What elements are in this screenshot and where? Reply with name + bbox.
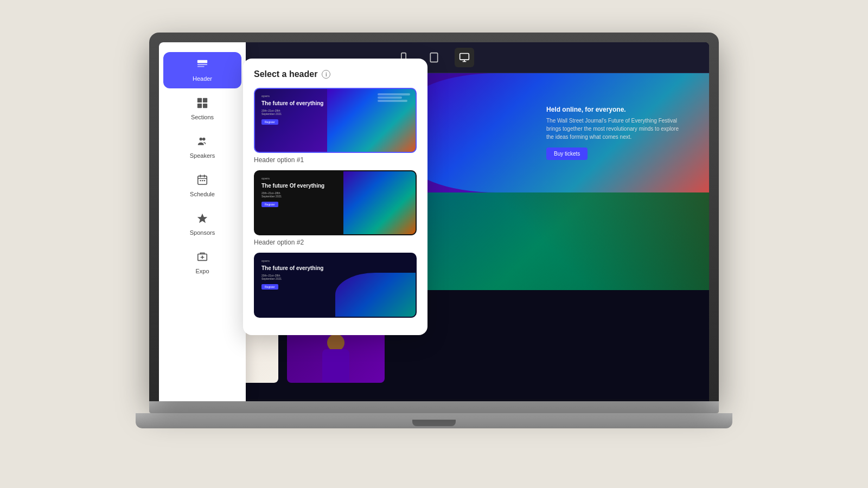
preview-1-right [378, 93, 410, 102]
preview-1-text: opers The future of everything 20th–21st… [261, 94, 323, 125]
panelist-figure-2 [317, 334, 355, 383]
svg-point-13 [202, 138, 206, 140]
schedule-icon [196, 174, 208, 189]
preview-2-btn[interactable]: Register [261, 202, 278, 207]
svg-rect-11 [203, 104, 207, 108]
speakers-icon [196, 136, 208, 150]
svg-rect-5 [197, 60, 207, 63]
laptop-bezel: opers The future of everything 28th • Se… [149, 33, 719, 401]
sidebar-item-sections[interactable]: Sections [163, 91, 241, 127]
header-option-1: opers The future of everything 20th–21st… [254, 88, 417, 164]
svg-rect-18 [200, 180, 201, 181]
header-preview-1[interactable]: opers The future of everything 20th–21st… [254, 88, 417, 153]
preview-2-brand: opers [261, 177, 324, 180]
sidebar-label-sections: Sections [191, 114, 214, 120]
svg-rect-1 [430, 53, 437, 62]
header-option-1-label: Header option #1 [254, 156, 417, 164]
preview-3-text: opers The future of everything 20th–21st… [261, 259, 323, 290]
preview-1-title: The future of everything [261, 100, 323, 107]
svg-rect-10 [197, 104, 202, 108]
sidebar-label-expo: Expo [195, 268, 209, 274]
sidebar-label-speakers: Speakers [190, 152, 215, 159]
svg-marker-21 [197, 214, 207, 223]
preview-2-title: The future Of everything [261, 182, 324, 189]
preview-1-brand: opers [261, 94, 323, 98]
sidebar-item-speakers[interactable]: Speakers [163, 129, 241, 165]
sections-icon [196, 97, 208, 112]
header-icon [196, 59, 208, 73]
sidebar-item-schedule[interactable]: Schedule [163, 168, 241, 204]
desktop-view-btn[interactable] [455, 48, 474, 67]
svg-rect-19 [202, 180, 203, 181]
sidebar-label-sponsors: Sponsors [190, 229, 215, 236]
header-selector-title-text: Select a header [254, 69, 317, 79]
preview-3-title: The future of everything [261, 265, 323, 272]
header-preview-2[interactable]: opers The future Of everything 20th–21st… [254, 170, 417, 235]
header-selector-panel: Select a header i opers The future of ev… [243, 59, 427, 335]
tablet-view-btn[interactable] [424, 48, 444, 67]
preview-2-background [343, 171, 416, 234]
panelist-body-2 [322, 349, 349, 382]
info-icon[interactable]: i [322, 70, 330, 79]
preview-3-brand: opers [261, 259, 323, 262]
hero-tagline: Held online, for everyone. [546, 106, 687, 113]
hero-right-content: Held online, for everyone. The Wall Stre… [546, 106, 687, 160]
sidebar-item-header[interactable]: Header [163, 52, 241, 88]
svg-rect-6 [197, 64, 207, 65]
hero-cta-button[interactable]: Buy tickets [546, 147, 588, 160]
panelist-card-2 [287, 329, 385, 383]
header-option-2: opers The future Of everything 20th–21st… [254, 170, 417, 246]
header-option-2-label: Header option #2 [254, 239, 417, 246]
expo-icon [196, 251, 208, 266]
preview-1-date: 20th–21st–28thSeptember 2021 [261, 109, 323, 115]
svg-rect-7 [197, 66, 205, 67]
sidebar-label-schedule: Schedule [190, 191, 215, 197]
laptop-wrapper: opers The future of everything 28th • Se… [136, 33, 732, 455]
svg-rect-2 [460, 54, 469, 60]
preview-right-line-1 [378, 93, 410, 95]
panelists-grid [181, 329, 687, 383]
header-option-3: opers The future of everything 20th–21st… [254, 253, 417, 318]
preview-3-date: 20th–21st–28thSeptember 2021 [261, 274, 323, 280]
preview-right-line-3 [378, 100, 407, 102]
laptop-screen: opers The future of everything 28th • Se… [159, 42, 709, 401]
header-preview-3[interactable]: opers The future of everything 20th–21st… [254, 253, 417, 318]
laptop-bottom [149, 401, 719, 413]
preview-right-line-2 [378, 97, 402, 99]
sponsors-icon [196, 213, 208, 227]
preview-2-date: 20th–21st–28thSeptember 2021 [261, 191, 324, 198]
laptop-base [136, 413, 732, 428]
sidebar-label-header: Header [193, 75, 212, 82]
svg-rect-8 [197, 98, 202, 102]
svg-point-12 [200, 138, 203, 140]
svg-rect-9 [203, 98, 207, 102]
header-selector-title: Select a header i [254, 69, 417, 79]
preview-1-btn[interactable]: Register [261, 119, 278, 125]
preview-3-btn[interactable]: Register [261, 284, 278, 290]
preview-2-text: opers The future Of everything 20th–21st… [261, 177, 324, 208]
laptop-notch [412, 420, 456, 426]
sidebar-panel: Header Sections [159, 42, 246, 401]
sidebar-item-expo[interactable]: Expo [163, 245, 241, 281]
hero-description: The Wall Street Journal's Future of Ever… [546, 117, 687, 141]
preview-3-background [335, 273, 416, 317]
svg-rect-20 [204, 180, 205, 181]
sidebar-item-sponsors[interactable]: Sponsors [163, 206, 241, 242]
